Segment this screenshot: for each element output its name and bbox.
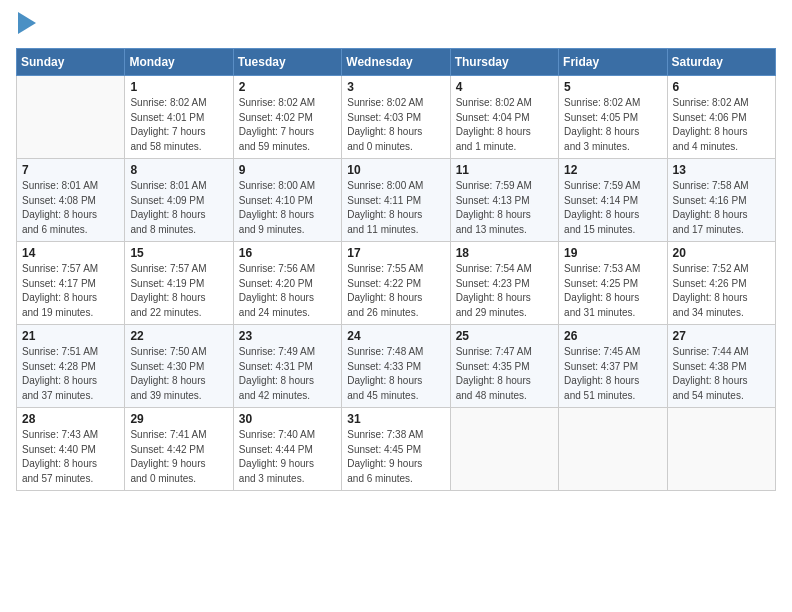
weekday-header-saturday: Saturday (667, 49, 775, 76)
day-number: 7 (22, 163, 119, 177)
weekday-header-sunday: Sunday (17, 49, 125, 76)
calendar-week-row: 1Sunrise: 8:02 AM Sunset: 4:01 PM Daylig… (17, 76, 776, 159)
day-number: 16 (239, 246, 336, 260)
day-number: 9 (239, 163, 336, 177)
calendar-cell: 5Sunrise: 8:02 AM Sunset: 4:05 PM Daylig… (559, 76, 667, 159)
day-info: Sunrise: 7:50 AM Sunset: 4:30 PM Dayligh… (130, 345, 227, 403)
calendar-cell: 23Sunrise: 7:49 AM Sunset: 4:31 PM Dayli… (233, 325, 341, 408)
day-number: 12 (564, 163, 661, 177)
calendar-cell (667, 408, 775, 491)
day-info: Sunrise: 7:41 AM Sunset: 4:42 PM Dayligh… (130, 428, 227, 486)
day-info: Sunrise: 8:02 AM Sunset: 4:01 PM Dayligh… (130, 96, 227, 154)
day-number: 5 (564, 80, 661, 94)
day-number: 18 (456, 246, 553, 260)
day-info: Sunrise: 8:02 AM Sunset: 4:03 PM Dayligh… (347, 96, 444, 154)
day-info: Sunrise: 7:59 AM Sunset: 4:14 PM Dayligh… (564, 179, 661, 237)
calendar-table: SundayMondayTuesdayWednesdayThursdayFrid… (16, 48, 776, 491)
calendar-cell: 4Sunrise: 8:02 AM Sunset: 4:04 PM Daylig… (450, 76, 558, 159)
calendar-cell: 26Sunrise: 7:45 AM Sunset: 4:37 PM Dayli… (559, 325, 667, 408)
calendar-cell: 21Sunrise: 7:51 AM Sunset: 4:28 PM Dayli… (17, 325, 125, 408)
day-info: Sunrise: 7:57 AM Sunset: 4:19 PM Dayligh… (130, 262, 227, 320)
day-number: 21 (22, 329, 119, 343)
calendar-cell: 1Sunrise: 8:02 AM Sunset: 4:01 PM Daylig… (125, 76, 233, 159)
day-number: 15 (130, 246, 227, 260)
calendar-cell (450, 408, 558, 491)
logo (16, 16, 36, 38)
calendar-week-row: 7Sunrise: 8:01 AM Sunset: 4:08 PM Daylig… (17, 159, 776, 242)
day-number: 11 (456, 163, 553, 177)
day-info: Sunrise: 7:59 AM Sunset: 4:13 PM Dayligh… (456, 179, 553, 237)
calendar-cell: 12Sunrise: 7:59 AM Sunset: 4:14 PM Dayli… (559, 159, 667, 242)
day-info: Sunrise: 8:02 AM Sunset: 4:06 PM Dayligh… (673, 96, 770, 154)
calendar-cell: 9Sunrise: 8:00 AM Sunset: 4:10 PM Daylig… (233, 159, 341, 242)
day-number: 13 (673, 163, 770, 177)
calendar-cell: 29Sunrise: 7:41 AM Sunset: 4:42 PM Dayli… (125, 408, 233, 491)
day-number: 23 (239, 329, 336, 343)
day-number: 31 (347, 412, 444, 426)
day-info: Sunrise: 8:00 AM Sunset: 4:10 PM Dayligh… (239, 179, 336, 237)
weekday-header-row: SundayMondayTuesdayWednesdayThursdayFrid… (17, 49, 776, 76)
day-number: 25 (456, 329, 553, 343)
calendar-cell: 11Sunrise: 7:59 AM Sunset: 4:13 PM Dayli… (450, 159, 558, 242)
day-info: Sunrise: 8:02 AM Sunset: 4:02 PM Dayligh… (239, 96, 336, 154)
day-info: Sunrise: 8:02 AM Sunset: 4:05 PM Dayligh… (564, 96, 661, 154)
day-number: 17 (347, 246, 444, 260)
day-number: 24 (347, 329, 444, 343)
calendar-cell: 15Sunrise: 7:57 AM Sunset: 4:19 PM Dayli… (125, 242, 233, 325)
calendar-cell (559, 408, 667, 491)
calendar-cell: 14Sunrise: 7:57 AM Sunset: 4:17 PM Dayli… (17, 242, 125, 325)
page-header (16, 16, 776, 38)
weekday-header-wednesday: Wednesday (342, 49, 450, 76)
day-number: 14 (22, 246, 119, 260)
calendar-cell: 25Sunrise: 7:47 AM Sunset: 4:35 PM Dayli… (450, 325, 558, 408)
day-number: 19 (564, 246, 661, 260)
day-number: 4 (456, 80, 553, 94)
calendar-cell: 16Sunrise: 7:56 AM Sunset: 4:20 PM Dayli… (233, 242, 341, 325)
day-number: 26 (564, 329, 661, 343)
day-info: Sunrise: 8:02 AM Sunset: 4:04 PM Dayligh… (456, 96, 553, 154)
day-number: 2 (239, 80, 336, 94)
day-info: Sunrise: 7:58 AM Sunset: 4:16 PM Dayligh… (673, 179, 770, 237)
day-info: Sunrise: 7:45 AM Sunset: 4:37 PM Dayligh… (564, 345, 661, 403)
weekday-header-monday: Monday (125, 49, 233, 76)
calendar-week-row: 28Sunrise: 7:43 AM Sunset: 4:40 PM Dayli… (17, 408, 776, 491)
calendar-cell: 10Sunrise: 8:00 AM Sunset: 4:11 PM Dayli… (342, 159, 450, 242)
calendar-cell: 13Sunrise: 7:58 AM Sunset: 4:16 PM Dayli… (667, 159, 775, 242)
weekday-header-friday: Friday (559, 49, 667, 76)
day-number: 29 (130, 412, 227, 426)
logo-arrow-icon (18, 12, 36, 34)
day-info: Sunrise: 7:55 AM Sunset: 4:22 PM Dayligh… (347, 262, 444, 320)
day-info: Sunrise: 8:00 AM Sunset: 4:11 PM Dayligh… (347, 179, 444, 237)
calendar-cell: 31Sunrise: 7:38 AM Sunset: 4:45 PM Dayli… (342, 408, 450, 491)
calendar-cell: 17Sunrise: 7:55 AM Sunset: 4:22 PM Dayli… (342, 242, 450, 325)
calendar-cell: 27Sunrise: 7:44 AM Sunset: 4:38 PM Dayli… (667, 325, 775, 408)
day-info: Sunrise: 7:57 AM Sunset: 4:17 PM Dayligh… (22, 262, 119, 320)
day-info: Sunrise: 7:44 AM Sunset: 4:38 PM Dayligh… (673, 345, 770, 403)
calendar-cell: 24Sunrise: 7:48 AM Sunset: 4:33 PM Dayli… (342, 325, 450, 408)
day-number: 6 (673, 80, 770, 94)
weekday-header-tuesday: Tuesday (233, 49, 341, 76)
day-info: Sunrise: 7:49 AM Sunset: 4:31 PM Dayligh… (239, 345, 336, 403)
day-info: Sunrise: 7:52 AM Sunset: 4:26 PM Dayligh… (673, 262, 770, 320)
day-info: Sunrise: 7:38 AM Sunset: 4:45 PM Dayligh… (347, 428, 444, 486)
day-info: Sunrise: 7:47 AM Sunset: 4:35 PM Dayligh… (456, 345, 553, 403)
calendar-cell: 2Sunrise: 8:02 AM Sunset: 4:02 PM Daylig… (233, 76, 341, 159)
day-info: Sunrise: 7:40 AM Sunset: 4:44 PM Dayligh… (239, 428, 336, 486)
day-info: Sunrise: 7:51 AM Sunset: 4:28 PM Dayligh… (22, 345, 119, 403)
day-number: 10 (347, 163, 444, 177)
calendar-cell: 28Sunrise: 7:43 AM Sunset: 4:40 PM Dayli… (17, 408, 125, 491)
calendar-cell: 19Sunrise: 7:53 AM Sunset: 4:25 PM Dayli… (559, 242, 667, 325)
calendar-cell: 20Sunrise: 7:52 AM Sunset: 4:26 PM Dayli… (667, 242, 775, 325)
calendar-week-row: 21Sunrise: 7:51 AM Sunset: 4:28 PM Dayli… (17, 325, 776, 408)
weekday-header-thursday: Thursday (450, 49, 558, 76)
day-info: Sunrise: 8:01 AM Sunset: 4:08 PM Dayligh… (22, 179, 119, 237)
calendar-cell: 3Sunrise: 8:02 AM Sunset: 4:03 PM Daylig… (342, 76, 450, 159)
calendar-cell: 18Sunrise: 7:54 AM Sunset: 4:23 PM Dayli… (450, 242, 558, 325)
calendar-cell: 7Sunrise: 8:01 AM Sunset: 4:08 PM Daylig… (17, 159, 125, 242)
calendar-cell: 8Sunrise: 8:01 AM Sunset: 4:09 PM Daylig… (125, 159, 233, 242)
day-number: 20 (673, 246, 770, 260)
calendar-cell: 22Sunrise: 7:50 AM Sunset: 4:30 PM Dayli… (125, 325, 233, 408)
day-number: 30 (239, 412, 336, 426)
day-info: Sunrise: 7:53 AM Sunset: 4:25 PM Dayligh… (564, 262, 661, 320)
svg-marker-0 (18, 12, 36, 34)
